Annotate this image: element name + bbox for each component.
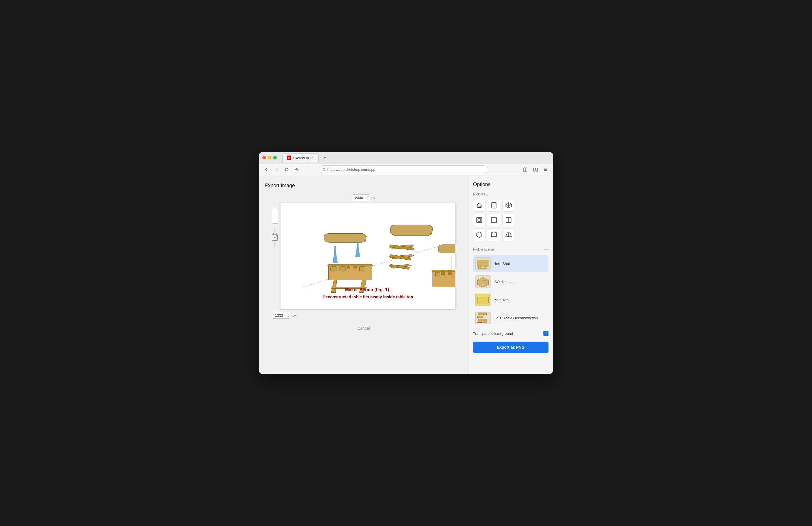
cancel-btn[interactable]: Cancel [357,324,370,332]
bench-box-right [432,270,455,287]
svg-rect-0 [296,170,298,171]
view-btn-iso[interactable] [473,228,485,241]
view-btn-elevation[interactable] [488,228,500,241]
pick-scene-label: Pick a scene [473,247,494,252]
height-unit: px [293,313,296,317]
svg-rect-31 [478,206,480,208]
url-text: https://app.sketchup.com/app [328,167,376,172]
view-btn-house[interactable] [473,199,485,212]
width-spinner[interactable]: ▲ ▼ [352,194,371,201]
scene-item-hero-shot[interactable]: Hero Shot [473,255,549,272]
width-up-btn[interactable]: ▲ [366,195,370,198]
view-btn-layout[interactable] [503,214,515,226]
titlebar: S SketchUp ✕ + [259,152,553,164]
width-down-btn[interactable]: ▼ [366,198,370,201]
scene-name-fig1: Fig 1: Table Deconstruction [493,316,538,320]
svg-rect-34 [478,218,481,222]
scene-thumbnail-fig1: Maker Be [475,312,491,324]
scene-item-fig1[interactable]: Maker Be Fig 1: Table Deconstruction [473,309,549,326]
export-png-btn[interactable]: Export as PNG [473,342,549,353]
back-btn[interactable] [262,166,270,174]
svg-rect-32 [492,202,496,208]
options-title: Options [473,182,549,187]
svg-rect-26 [448,270,452,275]
reload-btn[interactable] [283,166,291,174]
bookmarks-btn[interactable] [521,166,529,174]
svg-rect-33 [477,217,482,223]
forward-btn[interactable] [273,166,280,174]
svg-rect-16 [331,267,336,271]
maximize-window-btn[interactable] [273,156,277,159]
width-control-row: ▲ ▼ px [352,194,376,201]
right-panel: Options Pick view [468,176,553,374]
view-btn-page[interactable] [488,199,500,212]
address-bar[interactable]: https://app.sketchup.com/app [319,166,488,174]
width-unit: px [372,196,376,200]
active-tab[interactable]: S SketchUp ✕ [282,153,319,162]
main-content: Export Image ▲ ▼ px [259,176,553,374]
svg-rect-18 [359,267,365,271]
height-display[interactable]: ▲ ▼ [272,312,290,319]
new-tab-btn[interactable]: + [321,154,329,162]
arrow-left [333,246,337,263]
scene-item-iso-dim-shot[interactable]: ISO dim shot [473,273,549,290]
bench-illustration: Maker Bench (Fig. 1): Deconstructed tabl… [280,202,455,309]
close-window-btn[interactable] [262,156,266,159]
svg-point-1 [323,168,324,170]
svg-rect-48 [477,316,483,318]
svg-text:Maker Bench (Fig. 1):: Maker Bench (Fig. 1): [345,287,390,292]
height-value-input[interactable] [272,312,286,318]
top-board-right-large [390,225,433,236]
image-area: ▲ ▼ px [265,194,463,332]
right-small-board [438,245,455,253]
tab-label: SketchUp [293,156,309,160]
svg-rect-25 [441,270,445,275]
height-up-btn[interactable]: ▲ [286,312,290,315]
svg-rect-14 [357,242,359,250]
view-btn-side[interactable] [488,214,500,226]
scene-thumbnail-plain-top [475,294,491,306]
collapse-scene-btn[interactable]: — [544,246,549,252]
sketchup-logo: S [287,156,291,160]
bottom-actions: Cancel [357,324,370,332]
height-spinner[interactable] [272,208,278,224]
image-row: Maker Bench (Fig. 1): Deconstructed tabl… [272,202,455,310]
scene-item-plain-top[interactable]: Plain Top [473,291,549,308]
view-btn-perspective[interactable] [503,228,515,241]
view-icons-grid [473,199,549,241]
lock-icon[interactable] [272,234,278,241]
svg-line-2 [324,170,325,171]
svg-rect-5 [534,168,535,171]
svg-rect-3 [524,168,525,172]
svg-rect-46 [477,297,489,303]
pick-view-label: Pick view [473,192,549,196]
svg-rect-17 [339,267,345,271]
svg-rect-44 [485,265,487,267]
height-down-btn[interactable]: ▼ [286,315,290,318]
menu-btn[interactable] [542,166,550,174]
scene-name-hero-shot: Hero Shot [493,261,510,266]
minimize-window-btn[interactable] [268,156,272,159]
browser-window: S SketchUp ✕ + https://app.sketchup.com/… [259,152,553,374]
split-view-btn[interactable] [532,166,539,174]
height-input[interactable] [276,209,278,222]
svg-line-50 [479,315,480,316]
top-board-left [324,233,367,242]
svg-rect-47 [478,313,487,315]
svg-line-10 [303,245,444,287]
traffic-lights [262,156,277,159]
left-panel: Export Image ▲ ▼ px [259,176,468,374]
transparent-bg-checkbox[interactable]: ✓ [543,331,549,336]
home-btn[interactable] [293,166,301,174]
width-input[interactable] [352,195,366,201]
view-btn-front[interactable] [473,214,485,226]
arrow-middle [355,242,360,257]
search-icon [322,168,326,171]
svg-rect-45 [478,268,487,269]
scene-section-header: Pick a scene — [473,246,549,252]
view-btn-box[interactable] [503,199,515,212]
close-tab-btn[interactable]: ✕ [310,156,315,160]
svg-text:Maker Be: Maker Be [477,322,483,324]
svg-rect-6 [536,168,537,171]
scene-thumbnail-iso-dim-shot [475,275,491,288]
